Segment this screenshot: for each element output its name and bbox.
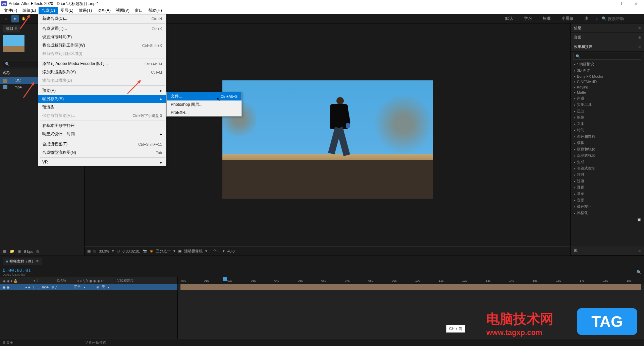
- audio-panel-header[interactable]: 音频≡: [571, 33, 644, 42]
- library-panel-header[interactable]: 库≡: [571, 246, 644, 256]
- menu-composition[interactable]: 合成(C): [39, 7, 58, 14]
- layer-parent[interactable]: 无: [102, 285, 105, 289]
- timeline-tracks[interactable]: :00s 01s 02s 03s 04s 05s 06s 07s 08s 09s…: [178, 277, 644, 339]
- effect-category[interactable]: ▸透视: [571, 184, 644, 191]
- menu-file[interactable]: 文件(F): [1, 7, 20, 14]
- menu-set-poster-time[interactable]: 设置海报时间(E): [38, 33, 166, 41]
- timeline-layer[interactable]: ◉ ◉ ▸ ■ 1 ... .mp4 ⊕ ╱ 正常 ▾ ⊘ 无 ▾: [0, 284, 177, 290]
- help-search-input[interactable]: [608, 16, 641, 21]
- zoom-icon[interactable]: ▦: [87, 249, 91, 253]
- resolution-icon[interactable]: ⊡: [117, 249, 120, 253]
- effect-category[interactable]: ▸扭曲: [571, 108, 644, 114]
- menu-comp-flowchart[interactable]: 合成流程图(F)Ctrl+Shift+F11: [38, 140, 166, 148]
- menu-save-frame-as[interactable]: 帧另存为(S)▸: [38, 95, 166, 103]
- effect-category[interactable]: ▸声道: [571, 95, 644, 101]
- menu-vr[interactable]: VR▸: [38, 158, 166, 166]
- time-ruler[interactable]: :00s 01s 02s 03s 04s 05s 06s 07s 08s 09s…: [178, 277, 644, 284]
- workspace-default[interactable]: 默认: [502, 14, 517, 23]
- info-panel-header[interactable]: 信息≡: [571, 23, 644, 33]
- exposure-value[interactable]: +0.0: [227, 249, 235, 253]
- selection-tool[interactable]: ▶: [11, 15, 19, 22]
- menu-layer[interactable]: 图层(L): [58, 7, 76, 14]
- layer-mode[interactable]: 正常: [74, 285, 81, 289]
- new-bin-icon[interactable]: ▣: [637, 217, 641, 221]
- effect-category[interactable]: ▸过时: [571, 171, 644, 178]
- effect-category[interactable]: ▸杂色和颗粒: [571, 133, 644, 140]
- menu-open-essential-graphics[interactable]: 在基本图形中打开: [38, 122, 166, 130]
- grid-icon[interactable]: ⊞: [93, 249, 96, 253]
- menu-animation[interactable]: 动画(A): [95, 7, 113, 14]
- workspace-learn[interactable]: 学习: [521, 14, 535, 23]
- timeline-search-icon[interactable]: 🔍: [637, 270, 641, 274]
- menu-view[interactable]: 视图(V): [113, 7, 132, 14]
- interpret-icon[interactable]: ▦: [2, 249, 7, 254]
- timecode-display[interactable]: 0:00:02:01: [3, 268, 31, 273]
- effect-category[interactable]: ▸Boris FX Mocha: [571, 74, 644, 79]
- effect-category[interactable]: ▸文本: [571, 121, 644, 127]
- project-tab[interactable]: 项目 ≡: [3, 25, 20, 32]
- layer-bar[interactable]: [180, 284, 641, 290]
- menu-composition-settings[interactable]: 合成设置(T)...Ctrl+K: [38, 24, 166, 33]
- effect-category[interactable]: ▸生成: [571, 159, 644, 165]
- effect-category[interactable]: ▸实用工具: [571, 101, 644, 108]
- menu-trim-comp-to-work[interactable]: 将合成裁剪到工作区(W)Ctrl+Shift+X: [38, 41, 166, 50]
- menu-preview[interactable]: 预览(P)▸: [38, 86, 166, 95]
- menu-comp-mini-flowchart[interactable]: 合成微型流程图(N)Tab: [38, 148, 166, 157]
- effect-category[interactable]: ▸模拟: [571, 140, 644, 146]
- menu-effect[interactable]: 效果(T): [76, 7, 95, 14]
- effect-category[interactable]: ▸* 动画预设: [571, 61, 644, 67]
- views-dropdown[interactable]: 1 个...: [210, 249, 220, 254]
- menu-add-to-render-queue[interactable]: 添加到渲染队列(A)Ctrl+M: [38, 68, 166, 76]
- folder-icon[interactable]: 📁: [9, 249, 15, 254]
- effect-category[interactable]: ▸3D 声道: [571, 67, 644, 74]
- toggle-switches-label[interactable]: 切换开关/模式: [85, 340, 106, 345]
- home-tool[interactable]: ⌂: [3, 15, 10, 22]
- playhead[interactable]: [225, 277, 225, 339]
- submenu-file[interactable]: 文件...Ctrl+Alt+S: [167, 92, 241, 100]
- menu-add-to-ame[interactable]: 添加到 Adobe Media Encoder 队列...Ctrl+Alt+M: [38, 60, 166, 68]
- effects-search-input[interactable]: [573, 53, 641, 60]
- submenu-photoshop-layers[interactable]: Photoshop 图层...: [167, 100, 241, 109]
- menu-edit[interactable]: 编辑(E): [20, 7, 39, 14]
- effect-category[interactable]: ▸抠像: [571, 114, 644, 121]
- effect-category[interactable]: ▸风格化: [571, 210, 644, 216]
- submenu-proexr[interactable]: ProEXR...: [167, 109, 241, 116]
- camera-icon[interactable]: 📷: [143, 249, 147, 253]
- close-button[interactable]: ✕: [629, 0, 643, 7]
- workspace-standard[interactable]: 标准: [539, 14, 554, 23]
- col-source[interactable]: 源名称: [56, 278, 66, 283]
- minimize-button[interactable]: —: [602, 0, 616, 7]
- menu-new-composition[interactable]: 新建合成(C)...Ctrl+N: [38, 14, 166, 23]
- effect-category[interactable]: ▸遮罩: [571, 191, 644, 197]
- maximize-button[interactable]: ☐: [616, 0, 629, 7]
- toggle-switches-icon[interactable]: ⊞ ⊡ ⊕: [3, 341, 13, 344]
- effect-category[interactable]: ▸模糊和锐化: [571, 146, 644, 152]
- menu-window[interactable]: 窗口: [132, 7, 146, 14]
- effect-category[interactable]: ▸Matte: [571, 90, 644, 95]
- col-parent[interactable]: 父级和链接: [117, 278, 133, 283]
- view-icon[interactable]: ▣: [178, 249, 181, 253]
- zoom-dropdown[interactable]: 33.3%: [99, 249, 109, 253]
- resolution-dropdown[interactable]: 三分之一: [156, 249, 171, 254]
- workspace-library[interactable]: 库: [581, 14, 592, 23]
- effect-category[interactable]: ▸Keying: [571, 84, 644, 90]
- effect-category[interactable]: ▸表达式控制: [571, 165, 644, 171]
- effect-category[interactable]: ▸颜色校正: [571, 203, 644, 210]
- time-display[interactable]: 0:00:02:01: [122, 249, 140, 253]
- composition-thumbnail[interactable]: [3, 35, 24, 52]
- effect-category[interactable]: ▸CINEMA 4D: [571, 79, 644, 84]
- timeline-tab[interactable]: ■ 视频素材（总） ≡: [3, 258, 42, 265]
- bpc-toggle[interactable]: 8 bpc: [24, 250, 33, 254]
- effect-category[interactable]: ▸音频: [571, 197, 644, 203]
- effect-category[interactable]: ▸沉浸式视频: [571, 152, 644, 159]
- effect-category[interactable]: ▸过渡: [571, 178, 644, 184]
- workspace-small[interactable]: 小屏幕: [558, 14, 577, 23]
- camera-dropdown[interactable]: 活动摄像机: [184, 249, 203, 254]
- help-search[interactable]: 🔍: [602, 16, 641, 21]
- new-comp-icon[interactable]: ▣: [17, 249, 22, 254]
- menu-prerender[interactable]: 预渲染...: [38, 103, 166, 112]
- effects-panel-header[interactable]: 效果和预设≡: [571, 42, 644, 52]
- menu-help[interactable]: 帮助(H): [146, 7, 165, 14]
- color-icon[interactable]: ◉: [150, 249, 153, 253]
- effect-category[interactable]: ▸时间: [571, 127, 644, 133]
